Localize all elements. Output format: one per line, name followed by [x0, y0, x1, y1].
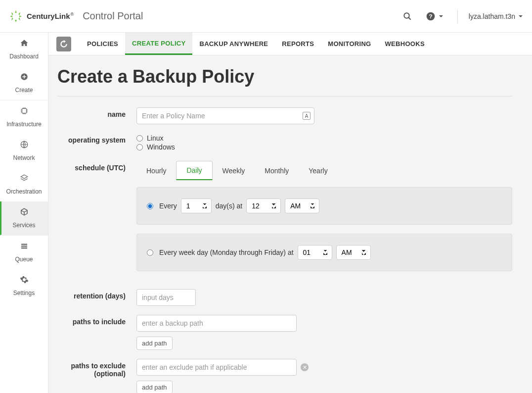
daily-every-days-select[interactable]: 1 [181, 198, 212, 213]
include-path-input[interactable] [136, 315, 297, 332]
subnav-backup-anywhere[interactable]: BACKUP ANYWHERE [192, 33, 275, 55]
sidebar-item-label: Infrastructure [6, 121, 42, 128]
row-paths-exclude: paths to exclude (optional) ✕ add path [57, 359, 512, 393]
os-linux-label: Linux [147, 134, 163, 142]
sidebar-item-label: Settings [13, 290, 35, 296]
retention-days-input[interactable] [136, 289, 196, 306]
remove-exclude-path-icon[interactable]: ✕ [301, 363, 309, 371]
daily-every-radio[interactable] [147, 203, 153, 209]
os-radio-linux-input[interactable] [136, 135, 143, 142]
tab-weekly[interactable]: Weekly [213, 161, 255, 180]
svg-rect-8 [21, 246, 27, 246]
help-icon[interactable]: ? [426, 11, 443, 21]
row-os: operating system Linux Windows [57, 133, 512, 152]
daily-every-ampm-select[interactable]: AM [285, 198, 319, 213]
daily-weekday-hour-select[interactable]: 01 [298, 245, 332, 260]
user-name: lyza.latham.t3n [469, 12, 515, 20]
sidebar-item-label: Network [13, 154, 35, 161]
subnav-policies[interactable]: POLICIES [80, 33, 125, 55]
svg-rect-9 [21, 247, 27, 248]
daily-weekday-ampm-select[interactable]: AM [336, 245, 371, 260]
daily-weekday-radio[interactable] [147, 249, 153, 256]
svg-text:?: ? [429, 13, 432, 19]
row-name: name A [57, 107, 512, 124]
row-paths-include: paths to include add path [57, 315, 512, 350]
content: Create a Backup Policy name A operating … [48, 55, 532, 393]
sidebar-item-label: Orchestration [6, 188, 42, 195]
label-schedule: schedule (UTC) [57, 161, 136, 280]
os-radio-windows-input[interactable] [136, 144, 143, 150]
plus-circle-icon [20, 72, 29, 84]
exclude-path-input[interactable] [136, 359, 297, 376]
subnav-create-policy[interactable]: CREATE POLICY [125, 33, 192, 55]
label-name: name [57, 107, 136, 124]
tab-monthly[interactable]: Monthly [255, 161, 299, 180]
os-radio-linux[interactable]: Linux [136, 134, 512, 142]
tab-daily[interactable]: Daily [176, 161, 212, 180]
label-retention: retention (days) [57, 289, 136, 306]
sidebar: Dashboard Create Infrastructure Network [0, 33, 48, 393]
sidebar-item-label: Services [12, 222, 35, 229]
page-title: Create a Backup Policy [57, 66, 512, 97]
sidebar-item-queue[interactable]: Queue [0, 236, 48, 269]
sidebar-item-label: Create [15, 87, 33, 94]
user-menu[interactable]: lyza.latham.t3n [469, 12, 523, 20]
row-schedule: schedule (UTC) Hourly Daily Weekly Month… [57, 161, 512, 280]
sidebar-item-dashboard[interactable]: Dashboard [0, 33, 48, 66]
chip-icon [20, 106, 29, 118]
brand-wordmark: CenturyLink® [27, 12, 74, 20]
portal-title: Control Portal [83, 10, 143, 22]
sidebar-item-settings[interactable]: Settings [0, 269, 48, 303]
svg-point-0 [404, 13, 409, 18]
daily-weekday-prefix: Every week day (Monday through Friday) a… [159, 248, 294, 256]
backup-module-icon [56, 37, 71, 51]
svg-rect-7 [21, 244, 27, 245]
daily-every-suffix: day(s) at [216, 202, 242, 210]
chevron-down-icon [518, 14, 523, 19]
schedule-panel-every-n-days: Every 1 day(s) at 12 AM [136, 187, 512, 225]
sidebar-item-label: Dashboard [9, 53, 39, 60]
globe-icon [20, 140, 29, 151]
topbar-divider [457, 9, 458, 23]
sidebar-item-orchestration[interactable]: Orchestration [0, 168, 48, 201]
policy-name-input[interactable] [136, 107, 314, 124]
os-windows-label: Windows [147, 143, 175, 151]
sidebar-item-label: Queue [15, 256, 33, 263]
home-icon [20, 39, 29, 50]
daily-every-hour-select[interactable]: 12 [246, 198, 281, 213]
os-radio-windows[interactable]: Windows [136, 143, 512, 151]
search-icon[interactable] [403, 12, 412, 21]
brand-logo-icon [9, 9, 23, 23]
row-retention: retention (days) [57, 289, 512, 306]
sidebar-item-create[interactable]: Create [0, 66, 48, 100]
add-include-path-button[interactable]: add path [136, 337, 173, 350]
sidebar-item-services[interactable]: Services [0, 201, 48, 235]
label-os: operating system [57, 133, 136, 152]
svg-rect-5 [22, 109, 26, 113]
sub-navigation: POLICIES CREATE POLICY BACKUP ANYWHERE R… [48, 33, 532, 55]
label-paths-include: paths to include [57, 315, 136, 350]
label-paths-exclude: paths to exclude (optional) [57, 359, 136, 393]
schedule-tabs: Hourly Daily Weekly Monthly Yearly [136, 161, 512, 180]
svg-line-1 [408, 17, 411, 20]
cube-icon [20, 207, 29, 219]
add-exclude-path-button[interactable]: add path [136, 381, 173, 393]
tab-yearly[interactable]: Yearly [299, 161, 337, 180]
schedule-panel-weekdays: Every week day (Monday through Friday) a… [136, 234, 512, 271]
daily-every-prefix: Every [159, 202, 177, 210]
subnav-reports[interactable]: REPORTS [275, 33, 321, 55]
top-header: CenturyLink® Control Portal ? lyza.latha… [0, 0, 532, 33]
layers-icon [20, 174, 29, 185]
tab-hourly[interactable]: Hourly [136, 161, 176, 180]
main-area: POLICIES CREATE POLICY BACKUP ANYWHERE R… [48, 33, 532, 393]
input-autofill-icon: A [303, 112, 310, 120]
queue-icon [20, 242, 29, 253]
sidebar-item-infrastructure[interactable]: Infrastructure [0, 100, 48, 134]
sidebar-item-network[interactable]: Network [0, 134, 48, 168]
subnav-webhooks[interactable]: WEBHOOKS [378, 33, 432, 55]
subnav-monitoring[interactable]: MONITORING [321, 33, 378, 55]
gear-icon [20, 275, 29, 287]
